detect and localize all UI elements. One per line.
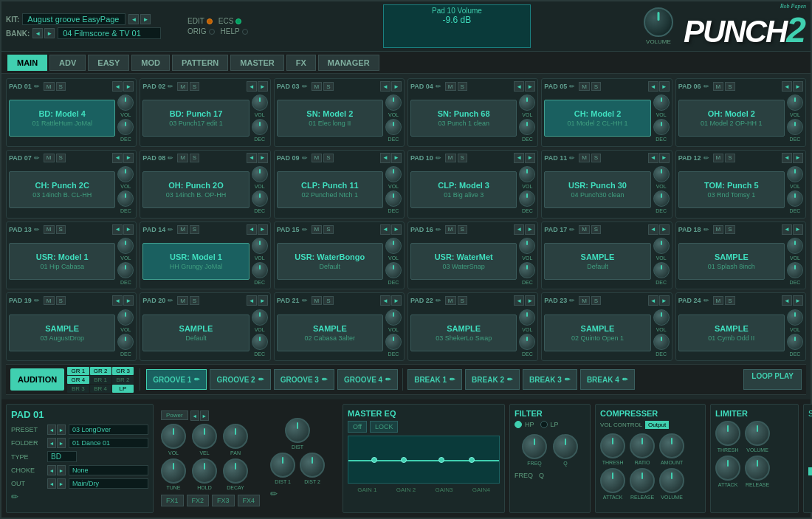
pad-next-17[interactable]: ► xyxy=(659,224,670,235)
pad-dec-knob-14[interactable] xyxy=(252,262,268,278)
pad-14[interactable]: PAD 14 ✏ M S ◄ ► USR: Model 1 HH Grungy … xyxy=(140,221,270,290)
pad-content-21[interactable]: SAMPLE 02 Cabasa 3alter xyxy=(277,315,383,351)
pad-content-18[interactable]: SAMPLE 01 Splash 8inch xyxy=(678,243,785,280)
pad-m-btn-13[interactable]: M xyxy=(44,225,55,234)
pad-s-btn-20[interactable]: S xyxy=(190,296,199,305)
pad-next-10[interactable]: ► xyxy=(525,153,535,163)
volume-knob[interactable] xyxy=(644,7,673,37)
pad-dec-knob-7[interactable] xyxy=(117,190,134,207)
hp-radio[interactable] xyxy=(515,421,522,428)
pad-content-16[interactable]: USR: WaterMet 03 WaterSnap xyxy=(410,243,517,280)
pad-prev-7[interactable]: ◄ xyxy=(112,153,123,163)
pad-prev-5[interactable]: ◄ xyxy=(648,81,658,92)
pad-prev-13[interactable]: ◄ xyxy=(112,224,123,235)
pad-m-btn-9[interactable]: M xyxy=(312,154,323,162)
pad-next-8[interactable]: ► xyxy=(258,153,268,163)
pad-10[interactable]: PAD 10 ✏ M S ◄ ► CLP: Model 3 01 Big ali… xyxy=(407,150,538,219)
pad-21[interactable]: PAD 21 ✏ M S ◄ ► SAMPLE 02 Cabasa 3alter… xyxy=(274,292,405,361)
pad-prev-2[interactable]: ◄ xyxy=(247,81,257,92)
pad-20[interactable]: PAD 20 ✏ M S ◄ ► SAMPLE Default VOL DEC xyxy=(140,292,270,361)
pad-next-20[interactable]: ► xyxy=(258,295,268,306)
pad-dec-knob-10[interactable] xyxy=(519,190,535,207)
pad-22[interactable]: PAD 22 ✏ M S ◄ ► SAMPLE 03 ShekerLo Swap… xyxy=(407,292,538,361)
pad-m-btn-23[interactable]: M xyxy=(579,296,590,305)
bank-next-btn[interactable]: ► xyxy=(44,28,55,38)
pad-dec-knob-1[interactable] xyxy=(117,119,134,135)
pad-content-10[interactable]: CLP: Model 3 01 Big alive 3 xyxy=(410,171,517,208)
pad-m-btn-21[interactable]: M xyxy=(312,296,323,305)
pad-dec-knob-16[interactable] xyxy=(519,262,535,278)
pad-s-btn-11[interactable]: S xyxy=(591,154,601,162)
pad-prev-18[interactable]: ◄ xyxy=(782,224,792,235)
pad-vol-knob-15[interactable] xyxy=(385,238,402,254)
pad-dec-knob-23[interactable] xyxy=(653,334,670,350)
tab-pattern[interactable]: PATTERN xyxy=(172,55,228,71)
pad-next-23[interactable]: ► xyxy=(659,295,670,306)
pad-vol-knob-22[interactable] xyxy=(519,309,535,326)
pad-vol-knob-13[interactable] xyxy=(117,238,134,254)
pad-prev-6[interactable]: ◄ xyxy=(782,81,792,92)
pad-s-btn-18[interactable]: S xyxy=(725,225,734,234)
pad-vol-knob-3[interactable] xyxy=(385,94,402,111)
pad-dec-knob-22[interactable] xyxy=(519,334,535,350)
pad-m-btn-22[interactable]: M xyxy=(445,296,456,305)
pad-16[interactable]: PAD 16 ✏ M S ◄ ► USR: WaterMet 03 WaterS… xyxy=(407,221,538,290)
pad-s-btn-8[interactable]: S xyxy=(190,154,199,162)
fx1-button[interactable]: FX1 xyxy=(161,495,184,506)
pad-content-8[interactable]: OH: Punch 2O 03 14inch B. OP-HH xyxy=(142,171,249,208)
lim-release-knob[interactable] xyxy=(745,456,770,481)
filter-q-knob[interactable] xyxy=(553,434,578,459)
pad-next-12[interactable]: ► xyxy=(793,153,803,163)
pad-vol-knob-23[interactable] xyxy=(653,309,670,326)
pad-s-btn-16[interactable]: S xyxy=(458,225,467,234)
pad-s-btn-7[interactable]: S xyxy=(56,154,66,162)
pad-vol-knob-18[interactable] xyxy=(787,238,803,254)
pad-m-btn-10[interactable]: M xyxy=(445,154,456,162)
pad-next-3[interactable]: ► xyxy=(391,81,402,92)
pad-vol-knob-4[interactable] xyxy=(519,94,535,111)
bank-prev-btn[interactable]: ◄ xyxy=(32,28,43,38)
pad-dec-knob-20[interactable] xyxy=(252,334,268,350)
lock-button[interactable]: Off xyxy=(348,421,367,433)
tab-easy[interactable]: EASY xyxy=(88,55,129,71)
pad-3[interactable]: PAD 03 ✏ M S ◄ ► SN: Model 2 01 Elec lon… xyxy=(274,78,405,147)
pad-prev-10[interactable]: ◄ xyxy=(514,153,524,163)
pad-m-btn-8[interactable]: M xyxy=(177,154,188,162)
pad-prev-19[interactable]: ◄ xyxy=(112,295,123,306)
pad-s-btn-5[interactable]: S xyxy=(591,82,601,91)
pad-vol-knob-2[interactable] xyxy=(252,94,268,111)
pad-24[interactable]: PAD 24 ✏ M S ◄ ► SAMPLE 01 Cymb Odd II V… xyxy=(675,292,806,361)
pad-content-2[interactable]: BD: Punch 17 03 Punch17 edit 1 xyxy=(142,100,249,137)
pad-next-1[interactable]: ► xyxy=(123,81,134,92)
pad-content-24[interactable]: SAMPLE 01 Cymb Odd II xyxy=(678,315,785,351)
pad-prev-16[interactable]: ◄ xyxy=(514,224,524,235)
pad-18[interactable]: PAD 18 ✏ M S ◄ ► SAMPLE 01 Splash 8inch … xyxy=(675,221,806,290)
pad-next-14[interactable]: ► xyxy=(258,224,268,235)
vol-knob[interactable] xyxy=(161,424,186,449)
pad-content-15[interactable]: USR: WaterBongo Default xyxy=(277,243,383,280)
pad-dec-knob-24[interactable] xyxy=(787,334,803,350)
pad-content-3[interactable]: SN: Model 2 01 Elec long II xyxy=(277,100,383,137)
decay-knob[interactable] xyxy=(223,458,248,484)
pad-m-btn-24[interactable]: M xyxy=(713,296,724,305)
break1-button[interactable]: BREAK 1 ✏ xyxy=(407,369,462,390)
break4-button[interactable]: BREAK 4 ✏ xyxy=(580,369,635,390)
tab-mod[interactable]: MOD xyxy=(131,55,170,71)
pad-content-22[interactable]: SAMPLE 03 ShekerLo Swap xyxy=(410,315,517,351)
pad-content-14[interactable]: USR: Model 1 HH Grungy JoMal xyxy=(142,243,249,280)
kit-next-btn[interactable]: ► xyxy=(140,14,151,24)
pad-next-5[interactable]: ► xyxy=(659,81,670,92)
tab-fx[interactable]: FX xyxy=(286,55,316,71)
pad-vol-knob-14[interactable] xyxy=(252,238,268,254)
pad-vol-knob-8[interactable] xyxy=(252,166,268,182)
pad-9[interactable]: PAD 09 ✏ M S ◄ ► CLP: Punch 11 02 Punche… xyxy=(274,150,405,219)
pad-next-9[interactable]: ► xyxy=(391,153,402,163)
choke-next-btn[interactable]: ► xyxy=(57,465,66,475)
pad-content-11[interactable]: USR: Punch 30 04 Punch30 clean xyxy=(544,171,650,208)
pad-content-13[interactable]: USR: Model 1 01 Hip Cabasa xyxy=(9,243,115,280)
pad-vol-knob-6[interactable] xyxy=(787,94,803,111)
pad-content-6[interactable]: OH: Model 2 01 Model 2 OP-HH 1 xyxy=(678,100,785,137)
pad-m-btn-14[interactable]: M xyxy=(177,225,188,234)
groove1-button[interactable]: GROOVE 1 ✏ xyxy=(146,369,207,390)
choke-prev-btn[interactable]: ◄ xyxy=(47,465,56,475)
